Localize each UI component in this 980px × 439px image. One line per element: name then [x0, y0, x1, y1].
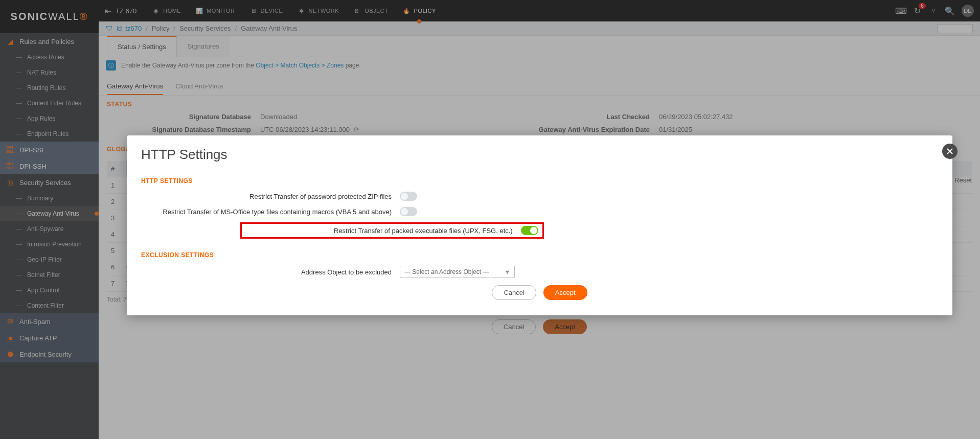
toggle-zip[interactable]	[400, 192, 417, 201]
chevron-down-icon: ▼	[505, 269, 510, 275]
toggle-office[interactable]	[400, 207, 417, 216]
setting-row-exclusion: Address Object to be excluded --- Select…	[141, 266, 938, 278]
toggle-packed-exe[interactable]	[521, 226, 538, 235]
modal-title: HTTP Settings	[141, 147, 938, 163]
close-icon	[946, 148, 953, 155]
setting-label: Restrict Transfer of MS-Office type file…	[141, 208, 392, 216]
modal-cancel-button[interactable]: Cancel	[492, 285, 536, 300]
http-settings-modal: HTTP Settings HTTP SETTINGS Restrict Tra…	[127, 135, 952, 315]
select-placeholder: --- Select an Address Object ---	[404, 268, 489, 275]
highlighted-setting: Restrict Transfer of packed executable f…	[240, 222, 544, 239]
modal-accept-button[interactable]: Accept	[543, 285, 587, 300]
address-object-select[interactable]: --- Select an Address Object --- ▼	[400, 266, 515, 278]
modal-close-button[interactable]	[942, 144, 958, 159]
setting-row-office: Restrict Transfer of MS-Office type file…	[141, 207, 938, 216]
setting-label: Restrict Transfer of packed executable f…	[334, 227, 513, 235]
setting-label: Restrict Transfer of password-protected …	[141, 193, 392, 200]
modal-http-section: HTTP SETTINGS	[141, 177, 938, 184]
modal-exclusion-section: EXCLUSION SETTINGS	[141, 251, 938, 259]
setting-row-zip: Restrict Transfer of password-protected …	[141, 192, 938, 201]
setting-label: Address Object to be excluded	[141, 268, 392, 276]
